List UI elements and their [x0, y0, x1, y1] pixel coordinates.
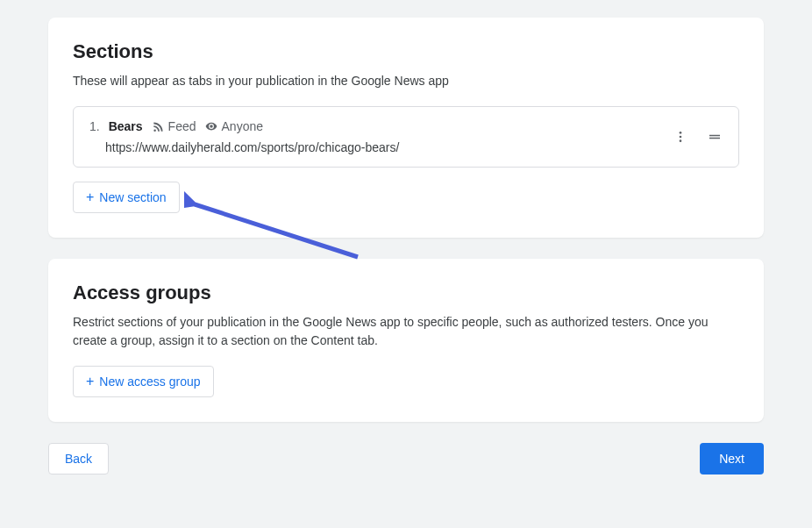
more-vert-icon [673, 130, 687, 144]
drag-handle[interactable] [707, 129, 723, 145]
access-groups-description: Restrict sections of your publication in… [73, 313, 739, 350]
svg-point-2 [680, 139, 682, 142]
svg-rect-4 [709, 138, 720, 139]
section-access: Anyone [205, 119, 263, 133]
new-access-group-button[interactable]: + New access group [73, 366, 214, 397]
svg-point-0 [680, 132, 682, 134]
footer-actions: Back Next [48, 443, 764, 474]
sections-card: Sections These will appear as tabs in yo… [48, 18, 764, 238]
more-options-button[interactable] [673, 130, 687, 144]
sections-title: Sections [73, 40, 739, 63]
svg-point-1 [680, 136, 682, 139]
section-type-label: Feed [168, 119, 196, 133]
section-actions [673, 129, 723, 145]
next-button[interactable]: Next [700, 443, 764, 474]
section-access-label: Anyone [222, 119, 263, 133]
section-number: 1. [89, 119, 100, 133]
plus-icon: + [86, 189, 94, 205]
section-url: https://www.dailyherald.com/sports/pro/c… [89, 140, 673, 154]
access-groups-card: Access groups Restrict sections of your … [48, 259, 764, 422]
section-content: 1. Bears Feed Anyone https://www.dailyhe… [89, 119, 673, 154]
section-name: Bears [109, 119, 143, 133]
feed-icon [152, 120, 164, 132]
section-header: 1. Bears Feed Anyone [89, 119, 673, 133]
svg-rect-3 [709, 135, 720, 137]
access-groups-title: Access groups [73, 282, 739, 304]
section-item[interactable]: 1. Bears Feed Anyone https://www.dailyhe… [73, 106, 739, 168]
new-section-button[interactable]: + New section [73, 182, 180, 213]
plus-icon: + [86, 374, 94, 389]
drag-handle-icon [707, 129, 723, 145]
section-type: Feed [152, 119, 196, 133]
eye-icon [205, 120, 217, 132]
sections-description: These will appear as tabs in your public… [73, 72, 739, 90]
new-access-group-label: New access group [99, 375, 200, 389]
back-button[interactable]: Back [48, 443, 109, 474]
new-section-label: New section [99, 190, 166, 204]
